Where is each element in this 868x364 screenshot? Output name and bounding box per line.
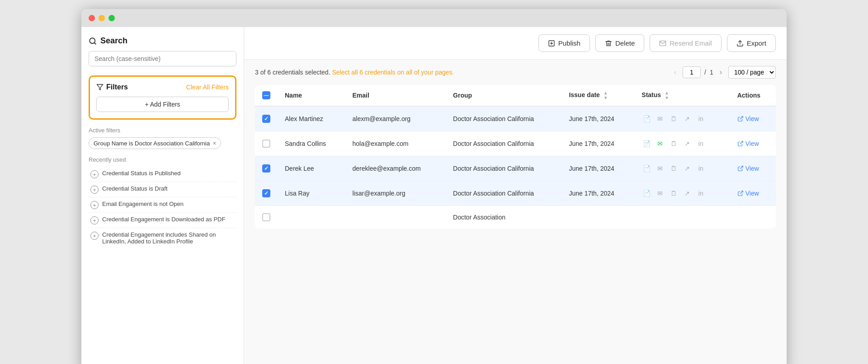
cell-email: lisar@example.org — [345, 181, 446, 206]
cell-date — [561, 206, 634, 229]
export-button[interactable]: Export — [727, 34, 776, 52]
page-number-input[interactable] — [683, 66, 701, 78]
delete-button[interactable]: Delete — [595, 34, 644, 52]
recent-filter-label: Credential Engagement includes Shared on… — [102, 231, 235, 245]
pagination: ‹ / 1 › 100 / page 50 / page 25 / page — [671, 66, 776, 79]
search-icon — [89, 37, 97, 45]
cell-actions: View — [730, 131, 776, 156]
remove-filter-button[interactable]: × — [212, 140, 216, 147]
share-icon[interactable]: ↗ — [682, 163, 692, 173]
svg-line-1 — [94, 42, 95, 44]
credential-view-icon[interactable]: 🗒 — [669, 114, 679, 124]
main-content: Search Filters Clear All Filters + Add F… — [81, 27, 787, 364]
share-icon[interactable]: ↗ — [682, 139, 692, 149]
col-issue-date[interactable]: Issue date ▲▼ — [561, 85, 634, 106]
view-button[interactable]: View — [737, 165, 759, 172]
share-icon[interactable]: ↗ — [682, 114, 692, 124]
email-icon[interactable]: ✉ — [655, 188, 665, 198]
row-checkbox[interactable] — [262, 115, 270, 123]
table-row: Derek Lee dereklee@example.com Doctor As… — [255, 156, 776, 181]
cell-date: June 17th, 2024 — [561, 156, 634, 181]
credential-doc-icon[interactable]: 📄 — [642, 188, 651, 198]
filters-header: Filters Clear All Filters — [96, 83, 229, 91]
add-filters-button[interactable]: + Add Filters — [96, 97, 229, 112]
recent-filter-item[interactable]: + Credential Engagement is Downloaded as… — [89, 213, 236, 228]
app-window: Search Filters Clear All Filters + Add F… — [81, 9, 787, 364]
recent-filter-item[interactable]: + Email Engagement is not Open — [89, 197, 236, 213]
cell-status: 📄 ✉ 🗒 ↗ in — [634, 181, 730, 206]
select-all-checkbox-header[interactable] — [255, 85, 278, 106]
table-row: Lisa Ray lisar@example.org Doctor Associ… — [255, 181, 776, 206]
email-icon[interactable]: ✉ — [655, 114, 665, 124]
recent-filter-label: Email Engagement is not Open — [102, 201, 184, 207]
resend-email-button[interactable]: Resend Email — [650, 34, 721, 52]
search-title: Search — [89, 36, 236, 46]
row-checkbox-cell[interactable] — [255, 106, 278, 131]
table-header-row: Name Email Group Issue date ▲▼ Status ▲▼ — [255, 85, 776, 106]
cell-name: Alex Martinez — [278, 106, 345, 131]
recent-filter-item[interactable]: + Credential Status is Published — [89, 167, 236, 182]
clear-filters-button[interactable]: Clear All Filters — [186, 84, 229, 91]
row-checkbox[interactable] — [262, 189, 270, 197]
view-button[interactable]: View — [737, 140, 759, 147]
email-icon[interactable]: ✉ — [655, 139, 665, 149]
selection-info: 3 of 6 credentials selected. Select all … — [255, 69, 454, 76]
row-checkbox[interactable] — [262, 164, 270, 173]
sidebar: Search Filters Clear All Filters + Add F… — [81, 27, 244, 364]
table-row: Doctor Association — [255, 206, 776, 229]
table-row: Alex Martinez alexm@example.org Doctor A… — [255, 106, 776, 131]
col-status: Status ▲▼ — [634, 85, 730, 106]
next-page-button[interactable]: › — [717, 67, 725, 77]
row-checkbox-cell[interactable] — [255, 206, 278, 229]
svg-line-5 — [740, 117, 743, 119]
credential-view-icon[interactable]: 🗒 — [669, 163, 679, 173]
header-checkbox[interactable] — [262, 91, 270, 99]
linkedin-icon[interactable]: in — [696, 114, 706, 124]
active-filter-text: Group Name is Doctor Association Califor… — [94, 140, 210, 147]
col-name: Name — [278, 85, 345, 106]
row-checkbox-cell[interactable] — [255, 131, 278, 156]
view-button[interactable]: View — [737, 115, 759, 122]
svg-line-8 — [740, 191, 743, 194]
col-email: Email — [345, 85, 446, 106]
table-row: Sandra Collins hola@example.com Doctor A… — [255, 131, 776, 156]
search-section: Search — [89, 36, 236, 66]
per-page-select[interactable]: 100 / page 50 / page 25 / page — [728, 66, 776, 79]
cell-group: Doctor Association — [446, 206, 561, 229]
active-filters-label: Active filters — [89, 127, 236, 134]
select-all-link[interactable]: Select all 6 credentials on all of your … — [332, 69, 454, 76]
maximize-dot[interactable] — [108, 15, 115, 21]
search-input[interactable] — [89, 51, 236, 66]
cell-group: Doctor Association California — [446, 181, 561, 206]
linkedin-icon[interactable]: in — [696, 188, 706, 198]
credential-view-icon[interactable]: 🗒 — [669, 139, 679, 149]
credential-doc-icon[interactable]: 📄 — [642, 114, 651, 124]
add-filter-icon: + — [90, 201, 99, 209]
share-icon[interactable]: ↗ — [682, 188, 692, 198]
status-icons: 📄 ✉ 🗒 ↗ in — [642, 139, 722, 149]
row-checkbox-cell[interactable] — [255, 156, 278, 181]
status-icons: 📄 ✉ 🗒 ↗ in — [642, 188, 722, 198]
email-icon[interactable]: ✉ — [655, 163, 665, 173]
cell-email: hola@example.com — [345, 131, 446, 156]
row-checkbox-cell[interactable] — [255, 181, 278, 206]
recent-filter-item[interactable]: + Credential Engagement includes Shared … — [89, 228, 236, 248]
filters-box: Filters Clear All Filters + Add Filters — [89, 75, 236, 120]
linkedin-icon[interactable]: in — [696, 163, 706, 173]
view-button[interactable]: View — [737, 190, 759, 197]
credential-view-icon[interactable]: 🗒 — [669, 188, 679, 198]
external-link-icon — [737, 116, 744, 122]
active-filters-section: Active filters Group Name is Doctor Asso… — [89, 127, 236, 149]
credential-doc-icon[interactable]: 📄 — [642, 139, 651, 149]
external-link-icon — [737, 165, 744, 172]
recent-filter-item[interactable]: + Credential Status is Draft — [89, 182, 236, 197]
prev-page-button[interactable]: ‹ — [671, 67, 679, 77]
linkedin-icon[interactable]: in — [696, 139, 706, 149]
credential-doc-icon[interactable]: 📄 — [642, 163, 651, 173]
row-checkbox[interactable] — [262, 140, 270, 148]
close-dot[interactable] — [89, 15, 95, 21]
minimize-dot[interactable] — [99, 15, 105, 21]
publish-button[interactable]: Publish — [538, 34, 590, 52]
recent-filter-label: Credential Status is Published — [102, 170, 180, 177]
row-checkbox[interactable] — [262, 213, 270, 221]
